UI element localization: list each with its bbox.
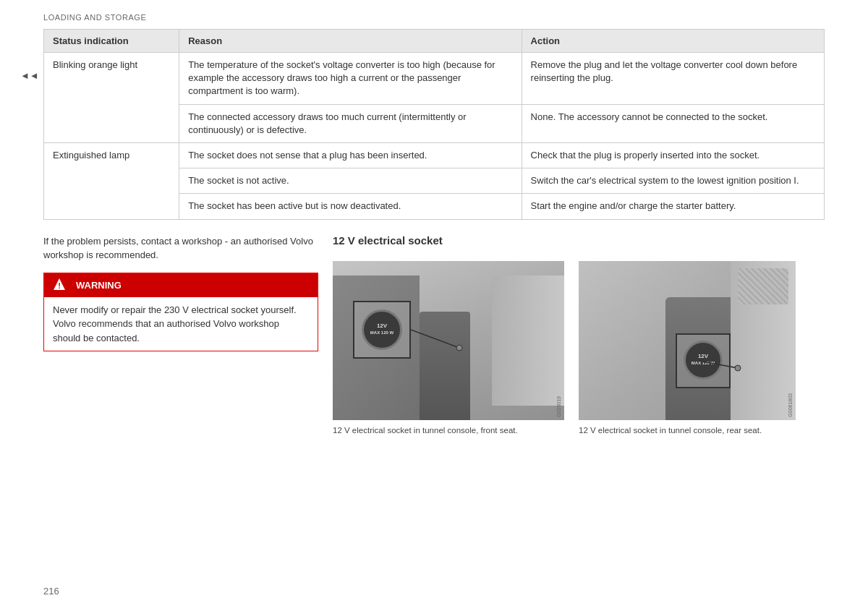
- col-header-reason: Reason: [179, 30, 522, 53]
- socket-section-title: 12 V electrical socket: [333, 234, 825, 247]
- status-extinguished: Extinguished lamp: [44, 142, 179, 219]
- page-header: LOADING AND STORAGE: [0, 0, 868, 29]
- reason-cell: The connected accessory draws too much c…: [179, 104, 522, 142]
- callout-line-rear: [579, 261, 796, 420]
- header-title: LOADING AND STORAGE: [43, 13, 146, 22]
- rear-image-block: 12V MAX 120 W G0061803 12 V electrical s…: [579, 261, 796, 436]
- images-row: 12V MAX 120 W G020019 12 V electrical s: [333, 261, 825, 436]
- front-image-block: 12V MAX 120 W G020019 12 V electrical s: [333, 261, 564, 436]
- warning-box: ! WARNING Never modify or repair the 230…: [43, 273, 318, 352]
- left-arrow-icon: ◄◄: [20, 70, 39, 81]
- left-panel: If the problem persists, contact a works…: [43, 234, 318, 352]
- warning-header: ! WARNING: [44, 273, 318, 297]
- reason-cell: The temperature of the socket's voltage …: [179, 53, 522, 105]
- rear-seat-image: 12V MAX 120 W G0061803: [579, 261, 796, 420]
- callout-line-front: [333, 261, 564, 420]
- page-number: 216: [43, 586, 59, 597]
- action-cell: Switch the car's electrical system to th…: [522, 168, 824, 194]
- reason-cell: The socket has been active but is now de…: [179, 194, 522, 219]
- warning-label: WARNING: [76, 280, 122, 291]
- page-footer: 216: [43, 586, 59, 597]
- rear-photo-id: G0061803: [788, 393, 793, 417]
- action-cell: Check that the plug is properly inserted…: [522, 142, 824, 168]
- warning-triangle-icon: !: [53, 278, 66, 293]
- main-content: Status indication Reason Action Blinking…: [0, 29, 868, 436]
- svg-line-4: [699, 361, 738, 368]
- svg-text:!: !: [58, 281, 61, 290]
- table-row: Extinguished lamp The socket does not se…: [44, 142, 825, 168]
- front-caption: 12 V electrical socket in tunnel console…: [333, 424, 518, 436]
- action-cell: Remove the plug and let the voltage conv…: [522, 53, 824, 105]
- front-photo-id: G020019: [556, 396, 561, 417]
- status-blinking: Blinking orange light: [44, 53, 179, 143]
- col-header-status: Status indication: [44, 30, 179, 53]
- front-seat-image: 12V MAX 120 W G020019: [333, 261, 564, 420]
- col-header-action: Action: [522, 30, 824, 53]
- reason-cell: The socket is not active.: [179, 168, 522, 194]
- status-table: Status indication Reason Action Blinking…: [43, 29, 825, 220]
- action-cell: None. The accessory cannot be connected …: [522, 104, 824, 142]
- bottom-section: If the problem persists, contact a works…: [43, 234, 825, 436]
- svg-point-3: [456, 345, 462, 351]
- persist-text: If the problem persists, contact a works…: [43, 234, 318, 262]
- images-section: 12 V electrical socket: [333, 234, 825, 436]
- reason-cell: The socket does not sense that a plug ha…: [179, 142, 522, 168]
- table-row: Blinking orange light The temperature of…: [44, 53, 825, 105]
- svg-point-5: [735, 365, 741, 371]
- rear-caption: 12 V electrical socket in tunnel console…: [579, 424, 762, 436]
- svg-line-2: [411, 330, 459, 348]
- action-cell: Start the engine and/or charge the start…: [522, 194, 824, 219]
- warning-body: Never modify or repair the 230 V electri…: [44, 297, 318, 351]
